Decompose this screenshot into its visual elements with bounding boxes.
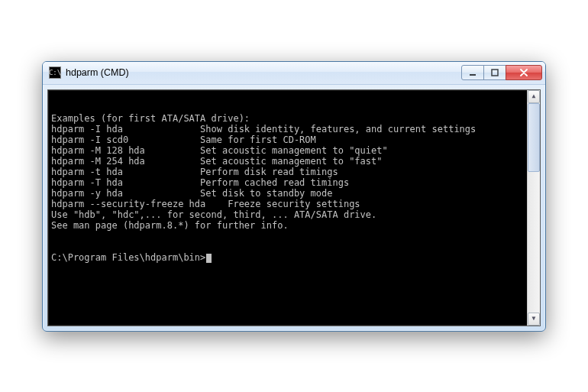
- cmd-window: C:\ hdparm (CMD) Examples (for first ATA…: [42, 61, 546, 332]
- console-line: Examples (for first ATA/SATA drive):: [51, 113, 537, 124]
- svg-rect-1: [492, 70, 498, 76]
- console-output[interactable]: Examples (for first ATA/SATA drive):hdpa…: [47, 89, 541, 326]
- scroll-up-arrow-icon[interactable]: ▲: [528, 90, 540, 103]
- svg-rect-0: [470, 74, 476, 76]
- console-line: Use "hdb", "hdc",... for second, third, …: [51, 209, 537, 220]
- minimize-button[interactable]: [461, 65, 484, 80]
- console-line: hdparm -I hda Show disk identity, featur…: [51, 124, 537, 134]
- close-button[interactable]: [506, 65, 542, 80]
- window-controls: [462, 65, 542, 80]
- console-line: hdparm -t hda Perform disk read timings: [51, 167, 537, 177]
- console-line: hdparm -M 254 hda Set acoustic managemen…: [51, 156, 537, 167]
- window-client-area: Examples (for first ATA/SATA drive):hdpa…: [43, 85, 545, 331]
- scrollbar[interactable]: ▲ ▼: [527, 90, 540, 326]
- cmd-icon: C:\: [49, 66, 61, 79]
- text-cursor: [206, 254, 212, 263]
- maximize-button[interactable]: [483, 65, 506, 80]
- console-line: hdparm -I scd0 Same for first CD-ROM: [51, 134, 537, 145]
- prompt: C:\Program Files\hdparm\bin>: [51, 252, 205, 263]
- console-line: hdparm --security-freeze hda Freeze secu…: [51, 199, 537, 209]
- titlebar[interactable]: C:\ hdparm (CMD): [43, 62, 545, 85]
- window-title: hdparm (CMD): [66, 67, 462, 78]
- console-line: See man page (hdparm.8.*) for further in…: [51, 220, 537, 231]
- scroll-down-arrow-icon[interactable]: ▼: [528, 313, 540, 326]
- console-line: hdparm -T hda Perform cached read timing…: [51, 177, 537, 188]
- console-line: hdparm -y hda Set disk to standby mode: [51, 188, 537, 199]
- console-line: hdparm -M 128 hda Set acoustic managemen…: [51, 145, 537, 156]
- scroll-thumb[interactable]: [528, 103, 540, 172]
